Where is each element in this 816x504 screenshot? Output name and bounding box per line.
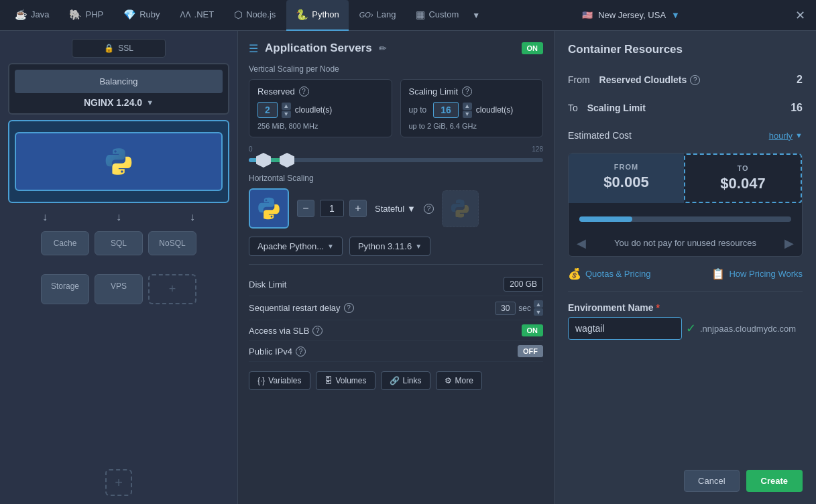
scaling-value: 16 [433,102,459,118]
tab-golang[interactable]: GO› Lang [350,0,406,31]
service-cache[interactable]: Cache [41,231,89,255]
php-icon: 🐘 [69,9,82,21]
on-toggle[interactable]: ON [522,42,544,54]
create-button[interactable]: Create [746,470,803,492]
access-slb-help-icon[interactable]: ? [312,326,323,336]
more-btn[interactable]: ⚙ More [436,371,482,390]
seq-up-btn[interactable]: ▲ [534,300,543,308]
carousel-next-btn[interactable]: ▶ [784,236,794,251]
server-block-python [8,120,229,203]
seq-val: 30 [495,302,516,315]
access-slb-toggle[interactable]: ON [522,324,544,336]
edit-icon[interactable]: ✏ [379,43,387,54]
public-ipv4-label: Public IPv4 ? [249,346,306,357]
hourly-link[interactable]: hourly [769,131,793,141]
reserved-unit: cloudlet(s) [295,105,332,115]
cloudlets-help-icon[interactable]: ? [690,75,700,85]
scaling-up-btn[interactable]: ▲ [463,103,472,110]
reserved-up-btn[interactable]: ▲ [282,103,291,110]
bottom-add-area: + [8,469,229,496]
scaling-unit: cloudlet(s) [476,105,513,115]
node-count-minus[interactable]: − [297,200,314,217]
hourly-caret-icon: ▼ [795,131,803,139]
arrows-row: ↓ ↓ ↓ [8,208,229,226]
env-name-label: Environment Name * [568,302,803,313]
balancing-box[interactable]: Balancing [15,70,223,93]
tab-bar: ☕ Java 🐘 PHP 💎 Ruby ΛΛ .NET ⬡ Node.js 🐍 … [0,0,816,31]
ssl-bar[interactable]: 🔒 SSL [72,39,166,58]
tab-more-arrow[interactable]: ▼ [472,11,480,20]
price-slider[interactable] [569,203,802,230]
access-slb-row: Access via SLB ? ON [249,320,543,341]
service-sql[interactable]: SQL [95,231,143,255]
links-icon: 🔗 [390,376,400,385]
slider-thumb-left[interactable] [256,153,271,168]
nginx-selector[interactable]: NGINX 1.24.0 ▼ [15,97,223,108]
reserved-down-btn[interactable]: ▼ [282,111,291,118]
vertical-scaling-label: Vertical Scaling per Node [249,64,543,74]
quotas-pricing-link[interactable]: 💰 Quotas & Pricing [568,267,651,280]
seq-down-btn[interactable]: ▼ [534,308,543,316]
stateful-select[interactable]: Stateful ▼ [375,204,416,214]
add-bottom-button[interactable]: + [105,469,132,496]
cancel-button[interactable]: Cancel [684,470,739,492]
right-panel: Container Resources From Reserved Cloudl… [555,31,816,504]
custom-icon: ▦ [416,9,425,21]
panel-menu-icon: ☰ [249,42,258,55]
carousel-prev-btn[interactable]: ◀ [577,236,586,251]
public-ipv4-help-icon[interactable]: ? [296,346,306,357]
upto-label: up to [409,105,427,115]
service-storage[interactable]: Storage [41,274,89,304]
tab-custom[interactable]: ▦ Custom [406,0,468,31]
seq-restart-value: 30 sec ▲ ▼ [495,300,543,316]
cloudlet-slider[interactable]: 0 128 [249,145,543,166]
from-cloudlets-value: 2 [797,74,803,86]
server-block-lb: Balancing NGINX 1.24.0 ▼ [8,63,229,115]
java-icon: ☕ [15,9,27,21]
close-button[interactable]: ✕ [790,5,811,25]
service-nosql[interactable]: NoSQL [148,231,196,255]
variables-btn[interactable]: {·} Variables [249,371,310,390]
tab-java[interactable]: ☕ Java [5,0,58,31]
how-pricing-link[interactable]: 📋 How Pricing Works [711,267,803,280]
stateful-help-icon[interactable]: ? [424,204,434,214]
arrow-down-2: ↓ [116,211,121,223]
python-version-btn[interactable]: Python 3.11.6 ▼ [349,237,430,256]
node-count-plus[interactable]: + [349,200,367,217]
python-icon: 🐍 [296,9,308,21]
tab-php[interactable]: 🐘 PHP [60,0,113,31]
reserved-help-icon[interactable]: ? [299,86,309,97]
middle-panel: ☰ Application Servers ✏ ON Vertical Scal… [238,31,555,504]
region-selector[interactable]: 🇺🇸 New Jersey, USA ▼ [582,10,688,20]
tab-python[interactable]: 🐍 Python [286,0,348,31]
scaling-down-btn[interactable]: ▼ [463,111,472,118]
seq-restart-label: Sequential restart delay ? [249,303,354,313]
price-slider-fill [579,216,632,222]
env-name-input[interactable] [568,317,682,340]
from-cloudlets-label: From Reserved Cloudlets ? [568,74,700,85]
python-node[interactable] [15,132,223,191]
divider [568,291,803,292]
reserved-control: 2 ▲ ▼ cloudlet(s) [257,102,384,118]
add-service-button[interactable]: + [148,274,196,304]
apache-selector-btn[interactable]: Apache Python... ▼ [249,237,343,256]
scaling-steppers: ▲ ▼ [463,103,472,118]
tab-nodejs[interactable]: ⬡ Node.js [225,0,285,31]
seq-help-icon[interactable]: ? [344,303,354,313]
service-vps[interactable]: VPS [95,274,143,304]
volumes-btn[interactable]: 🗄 Volumes [316,371,375,390]
scaling-help-icon[interactable]: ? [462,86,472,97]
links-btn[interactable]: 🔗 Links [381,371,430,390]
h-scaling-row: − 1 + Stateful ▼ ? [249,188,543,229]
price-inner: FROM $0.005 TO $0.047 [569,153,802,203]
net-icon: ΛΛ [180,10,191,19]
slider-thumb-right[interactable] [280,153,294,168]
env-name-section: Environment Name * ✓ .nnjpaas.cloudmydc.… [568,302,803,340]
reserved-sub: 256 MiB, 800 MHz [257,122,384,130]
region-flag: 🇺🇸 [582,10,593,20]
price-from: FROM $0.005 [569,153,684,203]
h-python-logo [257,196,281,220]
tab-net[interactable]: ΛΛ .NET [171,0,224,31]
tab-ruby[interactable]: 💎 Ruby [114,0,169,31]
public-ipv4-toggle[interactable]: OFF [518,345,543,357]
